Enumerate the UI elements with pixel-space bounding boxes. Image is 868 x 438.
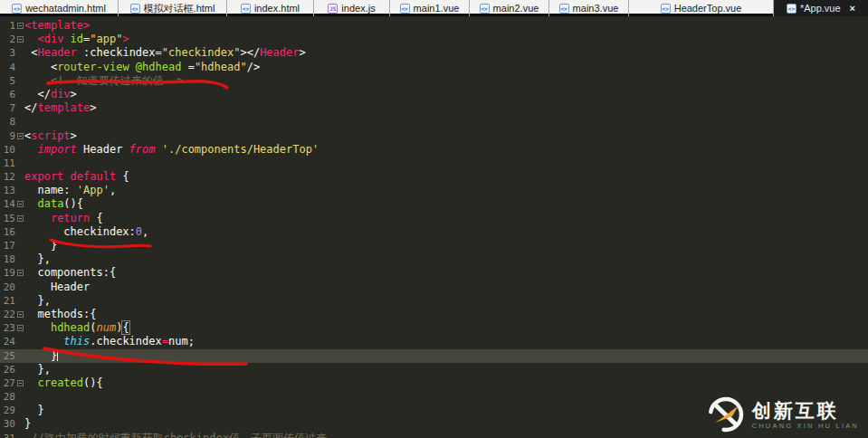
line-number: 8 [0, 115, 16, 129]
code-text: components:{ [24, 266, 868, 280]
tab-label: wechatadmin.html [25, 3, 106, 14]
fold-column [16, 74, 24, 88]
fold-marker[interactable] [16, 376, 24, 390]
line-number: 13 [0, 184, 16, 197]
vue-file-icon: <> [661, 4, 671, 14]
code-line: 7</template> [0, 101, 868, 115]
line-number: 20 [0, 281, 16, 294]
code-line: 15 return { [0, 212, 868, 225]
vue-file-icon: <> [480, 4, 490, 14]
code-text: <Header :checkindex="checkindex"></Heade… [24, 46, 868, 60]
fold-column [16, 170, 24, 184]
html-file-icon: <> [241, 4, 251, 14]
code-text [24, 115, 868, 129]
tab-wechatadmin-html[interactable]: <>wechatadmin.html [0, 0, 119, 16]
fold-column [16, 349, 24, 363]
js-file-icon: JS [328, 4, 338, 14]
vue-file-icon: <> [400, 4, 410, 14]
tab-headertop-vue[interactable]: <>HeaderTop.vue [629, 0, 774, 16]
code-line: 16 checkindex:0, [0, 225, 868, 239]
fold-column [16, 252, 24, 266]
code-text: data(){ [24, 197, 868, 211]
tab-label: *App.vue [800, 3, 841, 14]
code-line: 14 data(){ [0, 197, 868, 211]
code-text: import Header from './components/HeaderT… [24, 143, 868, 157]
line-number: 26 [0, 363, 16, 376]
tab-label: HeaderTop.vue [674, 3, 742, 14]
fold-marker[interactable] [16, 19, 24, 33]
code-text: <router-view @hdhead ="hdhead"/> [24, 61, 868, 74]
code-text: <!--知道要传过来的值--> [24, 74, 868, 88]
line-number: 4 [0, 61, 16, 74]
tab-main2-vue[interactable]: <>main2.vue [470, 0, 549, 16]
code-line: 22 methods:{ [0, 308, 868, 321]
line-number: 28 [0, 390, 16, 404]
line-number: 7 [0, 101, 16, 115]
fold-marker[interactable] [16, 212, 24, 225]
fold-column [16, 281, 24, 294]
code-text: </template> [24, 101, 868, 115]
tab-main1-vue[interactable]: <>main1.vue [390, 0, 470, 16]
code-text: checkindex:0, [24, 225, 868, 239]
fold-marker[interactable] [16, 197, 24, 211]
close-tab-icon[interactable]: × [850, 3, 855, 14]
line-number: 3 [0, 46, 16, 60]
brand-logo: 创新互联 CHUANG XIN HU LIAN [707, 395, 859, 433]
fold-column [16, 432, 24, 438]
code-line: 4 <router-view @hdhead ="hdhead"/> [0, 61, 868, 74]
line-number: 1 [0, 19, 16, 33]
fold-marker[interactable] [16, 321, 24, 335]
code-text: return { [24, 212, 868, 225]
html-file-icon: <> [12, 4, 22, 14]
code-line: 12export default { [0, 170, 868, 184]
tab-label: main2.vue [493, 3, 539, 14]
fold-column [16, 101, 24, 115]
code-line: 10 import Header from './components/Head… [0, 143, 868, 157]
fold-marker[interactable] [16, 266, 24, 280]
fold-marker[interactable] [16, 33, 24, 46]
tab-index-html[interactable]: <>index.html [227, 0, 314, 16]
code-line: 27 created(){ [0, 376, 868, 390]
line-number: 16 [0, 225, 16, 239]
fold-column [16, 390, 24, 404]
code-line: 5 <!--知道要传过来的值--> [0, 74, 868, 88]
tab--app-vue[interactable]: <>*App.vue× [774, 0, 868, 16]
fold-marker[interactable] [16, 308, 24, 321]
tab-label: main1.vue [414, 3, 460, 14]
code-text: }, [24, 363, 868, 376]
line-number: 14 [0, 197, 16, 211]
line-number: 30 [0, 417, 16, 431]
vue-file-icon: <> [787, 4, 796, 14]
line-number: 22 [0, 308, 16, 321]
code-text: this.checkindex=num; [24, 335, 868, 348]
tab-label: index.js [341, 3, 375, 14]
code-text: name: 'App', [24, 184, 868, 197]
code-text: <script> [24, 129, 868, 143]
code-line: 25 } [0, 349, 868, 363]
tab-index-js[interactable]: JSindex.js [314, 0, 390, 16]
code-line: 18 }, [0, 252, 868, 266]
code-editor[interactable]: 1<template>2 <div id="app">3 <Header :ch… [0, 19, 868, 438]
code-line: 24 this.checkindex=num; [0, 335, 868, 348]
code-line: 2 <div id="app"> [0, 33, 868, 46]
code-text: <template> [24, 19, 868, 33]
code-line: 26 }, [0, 363, 868, 376]
fold-column [16, 115, 24, 129]
line-number: 5 [0, 74, 16, 88]
fold-marker[interactable] [16, 129, 24, 143]
code-line: 1<template> [0, 19, 868, 33]
fold-column [16, 143, 24, 157]
line-number: 25 [0, 349, 16, 363]
fold-column [16, 404, 24, 417]
code-line: 3 <Header :checkindex="checkindex"></Hea… [0, 46, 868, 60]
code-line: 23 hdhead(num){ [0, 321, 868, 335]
fold-column [16, 294, 24, 308]
line-number: 19 [0, 266, 16, 280]
code-text: <div id="app"> [24, 33, 868, 46]
brand-title: 创新互联 [752, 400, 839, 421]
code-text: Header [24, 281, 868, 294]
tab-main3-vue[interactable]: <>main3.vue [549, 0, 629, 16]
brand-subtitle: CHUANG XIN HU LIAN [752, 422, 859, 430]
tab--html[interactable]: <>模拟对话框.html [119, 0, 227, 16]
tab-label: 模拟对话框.html [144, 2, 215, 15]
